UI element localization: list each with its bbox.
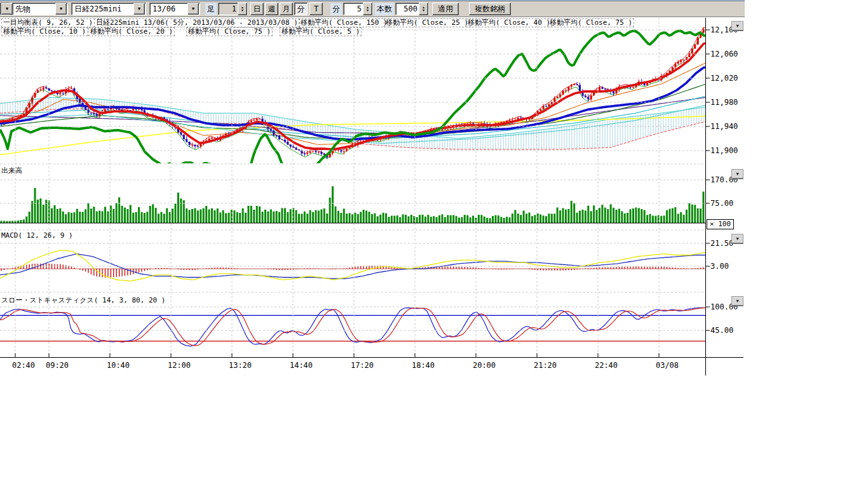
time-tick-label: 20:00 [469, 361, 499, 370]
volume-tick-label: 75.00 [710, 198, 733, 208]
macd-tick-label: 3.00 [710, 261, 729, 271]
minute-label: 分 [330, 3, 342, 15]
time-tick-label: 02:40 [8, 361, 39, 370]
bar-count-label: 本数 [375, 3, 394, 15]
category-value: 先物 [13, 4, 55, 15]
chart-area[interactable]: 一目均衡表( 9, 26, 52 ) 日経225mini 13/06( 5分, … [0, 17, 868, 488]
time-tick-label: 13:20 [225, 361, 255, 370]
legend-ichimoku[interactable]: 一目均衡表( 9, 26, 52 ) [1, 18, 95, 27]
volume-multiplier-badge: × 100 [707, 219, 734, 229]
bar-type-label: 足 [205, 3, 217, 15]
category-combobox[interactable]: 先物 ▼ [12, 3, 68, 15]
minute-stepper[interactable]: 5 ▲▼ [343, 3, 373, 15]
macd-pane-scale-dropdown[interactable]: ▼ [731, 234, 743, 244]
spinner-arrows-icon[interactable]: ▲▼ [419, 3, 428, 15]
multi-symbol-button[interactable]: 複数銘柄 [469, 3, 511, 15]
legend-ma10[interactable]: 移動平均( Close, 10 ) [1, 27, 88, 36]
chevron-down-icon[interactable]: ▼ [187, 3, 199, 15]
chevron-down-icon: ▼ [736, 172, 738, 177]
period-month-button[interactable]: 月 [280, 3, 293, 15]
macd-pane-label: MACD( 12, 26, 9 ) [1, 231, 73, 240]
time-tick-label: 17:20 [347, 361, 377, 370]
time-tick-label: 03/08 [652, 361, 682, 370]
chevron-down-icon[interactable]: ▼ [133, 3, 145, 15]
bar-count-stepper[interactable]: 500 ▲▼ [395, 3, 429, 15]
legend-ma20[interactable]: 移動平均( Close, 20 ) [88, 27, 175, 36]
legend-ma5[interactable]: 移動平均( Close, 5 ) [280, 27, 362, 36]
apply-button[interactable]: 適用 [432, 3, 459, 15]
spinner-arrows-icon[interactable]: ▲▼ [238, 3, 247, 15]
time-tick-label: 10:40 [103, 361, 133, 370]
price-tick-label: 12,020 [710, 73, 738, 83]
time-tick-label: 14:40 [286, 361, 316, 370]
time-tick-label: 09:20 [42, 361, 72, 370]
legend-ma150[interactable]: 移動平均( Close, 150 ) [299, 18, 390, 27]
time-tick-label: 12:00 [164, 361, 194, 370]
chevron-down-icon: ▼ [736, 299, 738, 304]
contract-month-value: 13/06 [150, 4, 187, 13]
chevron-down-icon[interactable]: ▼ [1, 3, 13, 15]
main-pane-scale-dropdown[interactable]: ▼ [731, 21, 743, 31]
chevron-down-icon: ▼ [736, 236, 738, 241]
stoch-pane-scale-dropdown[interactable]: ▼ [731, 296, 743, 306]
chart-canvas[interactable] [0, 17, 750, 398]
bar-count-value: 500 [396, 4, 419, 13]
chevron-down-icon: ▼ [736, 24, 738, 29]
spinner-arrows-icon[interactable]: ▲▼ [363, 3, 372, 15]
stoch-pane-label: スロー・ストキャスティクス( 14, 3, 80, 20 ) [1, 296, 165, 304]
legend-instrument[interactable]: 日経225mini 13/06( 5分, 2013/03/06 - 2013/0… [94, 18, 300, 27]
chart-toolbar: ▼ 先物 ▼ 日経225mini ▼ 13/06 ▼ 足 1 ▲▼ 日 週 月 … [0, 1, 745, 17]
legend-ma75-2[interactable]: 移動平均( Close, 75 ) [186, 27, 273, 36]
period-tick-button[interactable]: T [309, 3, 323, 15]
period-week-button[interactable]: 週 [265, 3, 278, 15]
volume-pane-label: 出来高 [1, 166, 22, 175]
symbol-value: 日経225mini [72, 4, 133, 15]
time-tick-label: 22:40 [591, 361, 621, 370]
price-tick-label: 11,980 [710, 97, 738, 107]
leftmost-stub-combobox[interactable]: ▼ [0, 3, 10, 15]
volume-pane-scale-dropdown[interactable]: ▼ [731, 169, 743, 179]
period-minute-button[interactable]: 分 [294, 3, 308, 15]
contract-month-combobox[interactable]: 13/06 ▼ [149, 3, 200, 15]
bar-interval-value: 1 [219, 4, 238, 13]
minute-value: 5 [344, 4, 363, 13]
chevron-down-icon[interactable]: ▼ [55, 3, 67, 15]
bar-interval-stepper[interactable]: 1 ▲▼ [218, 3, 248, 15]
price-tick-label: 11,900 [710, 146, 738, 156]
period-day-button[interactable]: 日 [250, 3, 264, 15]
legend-ma40[interactable]: 移動平均( Close, 40 ) [466, 18, 552, 27]
macd-tick-label: 21.50 [710, 238, 733, 248]
legend-ma25[interactable]: 移動平均( Close, 25 ) [384, 18, 470, 27]
time-tick-label: 21:20 [530, 361, 560, 370]
price-tick-label: 12,060 [710, 49, 738, 59]
trading-chart-app: ▼ 先物 ▼ 日経225mini ▼ 13/06 ▼ 足 1 ▲▼ 日 週 月 … [0, 0, 868, 488]
time-tick-label: 18:40 [408, 361, 438, 370]
stoch-tick-label: 45.00 [710, 325, 733, 336]
price-tick-label: 11,940 [710, 121, 738, 132]
legend-ma75[interactable]: 移動平均( Close, 75 ) [548, 18, 634, 27]
symbol-combobox[interactable]: 日経225mini ▼ [71, 3, 146, 15]
